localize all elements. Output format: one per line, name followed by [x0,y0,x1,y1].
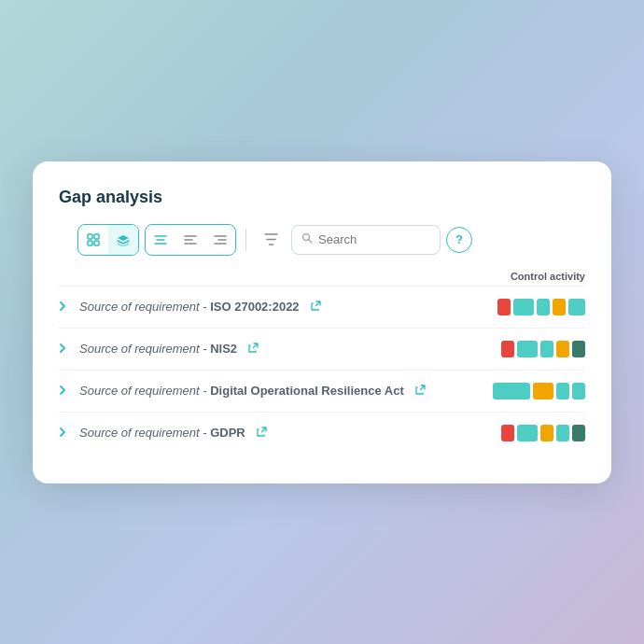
row-label: Source of requirement - ISO 27002:2022 [79,300,300,314]
search-input[interactable] [318,232,430,246]
toolbar-divider [245,229,246,251]
svg-rect-1 [94,234,99,239]
svg-line-14 [309,240,313,244]
column-header: Control activity [59,271,585,286]
control-activity-blocks [501,425,585,441]
toolbar: ? [59,224,585,256]
activity-block [556,383,569,399]
align-right-button[interactable] [205,225,235,255]
activity-block [540,425,553,441]
activity-block [568,299,585,315]
svg-rect-2 [88,241,92,245]
help-button[interactable]: ? [446,227,472,253]
svg-rect-0 [88,234,92,239]
activity-block [497,299,511,315]
activity-block [501,425,514,441]
activity-block [540,341,553,357]
control-activity-blocks [493,383,585,399]
row-label: Source of requirement - NIS2 [79,342,237,356]
grid-view-button[interactable] [78,225,108,255]
activity-block [493,383,530,399]
control-activity-blocks [497,299,585,315]
activity-block [513,299,534,315]
filter-button[interactable] [256,225,286,255]
table-row[interactable]: Source of requirement - GDPR [59,412,585,454]
page-title: Gap analysis [59,188,585,207]
row-label: Source of requirement - GDPR [79,426,245,440]
activity-block [537,299,550,315]
activity-block [556,341,569,357]
expand-icon[interactable] [59,343,72,356]
layers-view-button[interactable] [108,225,138,255]
activity-block [517,425,538,441]
table-row[interactable]: Source of requirement - Digital Operatio… [59,370,585,412]
external-link-icon[interactable] [248,343,259,355]
gap-analysis-card: Gap analysis [33,161,611,483]
activity-block [556,425,569,441]
expand-icon[interactable] [59,427,72,440]
row-label: Source of requirement - Digital Operatio… [79,384,404,398]
rows-container: Source of requirement - ISO 27002:2022So… [59,286,585,454]
activity-block [553,299,566,315]
activity-block [572,383,585,399]
control-activity-header: Control activity [473,271,585,282]
expand-icon[interactable] [59,301,72,314]
align-center-button[interactable] [146,225,175,255]
activity-block [572,425,585,441]
align-left-button[interactable] [175,225,205,255]
expand-icon[interactable] [59,385,72,398]
external-link-icon[interactable] [311,301,321,313]
external-link-icon[interactable] [415,385,426,397]
table-row[interactable]: Source of requirement - ISO 27002:2022 [59,286,585,328]
activity-block [517,341,538,357]
search-icon [301,232,313,246]
alignment-toggle-group [145,224,236,256]
activity-block [533,383,553,399]
control-activity-blocks [501,341,585,357]
view-toggle-group1 [77,224,139,256]
search-container [291,225,441,255]
activity-block [572,341,585,357]
external-link-icon[interactable] [257,427,267,439]
table-row[interactable]: Source of requirement - NIS2 [59,328,585,370]
activity-block [501,341,514,357]
svg-rect-3 [94,241,99,245]
